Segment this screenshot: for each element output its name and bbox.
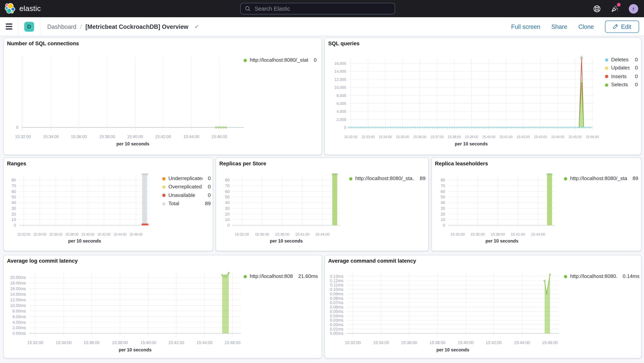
svg-text:40: 40 xyxy=(225,200,230,205)
legend-label[interactable]: Underreplicated xyxy=(168,176,203,181)
svg-text:30: 30 xyxy=(225,206,230,211)
legend-label[interactable]: http://localhost:8080/_stat... xyxy=(250,58,308,63)
svg-text:20: 20 xyxy=(441,212,445,217)
divider xyxy=(18,17,18,36)
svg-text:0.03ms: 0.03ms xyxy=(330,318,343,322)
svg-text:15:38:00: 15:38:00 xyxy=(490,232,505,236)
svg-text:0.06ms: 0.06ms xyxy=(330,305,343,309)
svg-text:8.00ms: 8.00ms xyxy=(12,309,26,313)
search-input[interactable] xyxy=(254,5,391,12)
svg-text:8,000: 8,000 xyxy=(336,93,346,98)
svg-text:15:44:00: 15:44:00 xyxy=(183,134,200,139)
panel-ranges: Ranges 8070605040302010015:32:0015:34:00… xyxy=(3,157,213,251)
svg-text:10: 10 xyxy=(12,217,16,222)
svg-text:15:42:00: 15:42:00 xyxy=(486,340,502,345)
svg-text:15:41:00: 15:41:00 xyxy=(295,232,309,236)
svg-text:6.00ms: 6.00ms xyxy=(12,314,26,319)
top-nav: elastic xyxy=(0,0,644,17)
svg-text:0.08ms: 0.08ms xyxy=(330,296,343,301)
svg-text:40: 40 xyxy=(441,200,445,205)
panel-replicas-per-store: Replicas per Store 8070605040302010015:3… xyxy=(216,157,429,251)
newsfeed-button[interactable] xyxy=(611,5,619,13)
svg-text:0: 0 xyxy=(344,125,346,130)
legend-dot-icon xyxy=(605,83,608,87)
legend-dot-icon xyxy=(605,58,608,62)
x-axis-caption: per 10 seconds xyxy=(448,238,556,243)
legend-label[interactable]: Total xyxy=(168,201,179,207)
legend-dot-icon xyxy=(162,202,166,205)
panel-sql-queries: SQL queries 16,00014,00012,00010,0008,00… xyxy=(324,37,642,155)
breadcrumb-dashboard-link[interactable]: Dashboard xyxy=(47,23,76,30)
svg-text:15:40:00: 15:40:00 xyxy=(127,134,143,139)
svg-text:50: 50 xyxy=(12,195,16,199)
legend-dot-icon xyxy=(605,67,608,70)
legend-item: http://localhost:8080...0.14ms xyxy=(564,274,640,279)
menu-button[interactable] xyxy=(0,24,18,30)
svg-text:15:46:00: 15:46:00 xyxy=(129,232,142,236)
chart-legend: http://localhost:8080...0.14ms xyxy=(564,274,640,279)
svg-text:0.04ms: 0.04ms xyxy=(330,314,343,318)
svg-text:2.00ms: 2.00ms xyxy=(12,325,26,330)
legend-value: 0 xyxy=(311,58,317,63)
command-commit-latency-chart: 0.13ms0.12ms0.11ms0.10ms0.09ms0.08ms0.07… xyxy=(325,255,641,358)
legend-value: 89 xyxy=(630,176,638,181)
svg-text:60: 60 xyxy=(225,189,230,194)
legend-value: 0.14ms xyxy=(620,274,640,279)
elastic-brand[interactable]: elastic xyxy=(0,3,41,15)
panel-average-command-commit-latency: Average command commit latency 0.13ms0.1… xyxy=(324,255,642,358)
svg-text:15:44:00: 15:44:00 xyxy=(531,232,545,236)
svg-text:0.07ms: 0.07ms xyxy=(330,300,343,305)
user-avatar[interactable]: r xyxy=(629,4,638,13)
legend-item: Total89 xyxy=(162,201,211,207)
svg-text:14.00ms: 14.00ms xyxy=(10,292,26,297)
avatar-initial: r xyxy=(632,6,634,12)
sql-connections-chart: 015:32:0015:34:0015:36:0015:38:0015:40:0… xyxy=(4,38,322,155)
x-axis-caption: per 10 seconds xyxy=(349,141,594,146)
svg-text:0.00ms: 0.00ms xyxy=(12,331,26,336)
legend-value: 0 xyxy=(632,66,638,71)
svg-text:15:44:00: 15:44:00 xyxy=(514,340,530,345)
legend-value: 0 xyxy=(632,74,638,79)
svg-text:80: 80 xyxy=(225,178,230,182)
sql-queries-chart: 16,00014,00012,00010,0008,0006,0004,0002… xyxy=(325,38,641,155)
svg-text:0: 0 xyxy=(443,223,445,228)
dashboard-actions: Full screen Share Clone Edit xyxy=(511,20,644,33)
legend-label[interactable]: http://localhost:808... xyxy=(250,274,293,279)
panel-average-log-commit-latency: Average log commit latency 20.00ms18.00m… xyxy=(3,255,322,358)
legend-label[interactable]: http://localhost:8080/_sta... xyxy=(355,176,414,181)
svg-text:80: 80 xyxy=(441,178,445,182)
svg-text:15:38:00: 15:38:00 xyxy=(65,232,79,236)
legend-dot-icon xyxy=(244,59,247,62)
legend-value: 0 xyxy=(632,57,638,63)
legend-label[interactable]: Deletes xyxy=(611,57,628,63)
legend-label[interactable]: http://localhost:8080... xyxy=(570,274,617,279)
chart-legend: Deletes0Updates0Inserts0Selects0 xyxy=(605,57,638,88)
help-button[interactable] xyxy=(593,5,601,12)
full-screen-button[interactable]: Full screen xyxy=(511,23,540,30)
legend-label[interactable]: http://localhost:8080/_sta... xyxy=(570,176,627,181)
check-icon[interactable]: ✓ xyxy=(192,23,202,30)
page-title: [Metricbeat CockroachDB] Overview xyxy=(86,23,188,30)
svg-text:70: 70 xyxy=(225,184,230,188)
search-icon xyxy=(245,6,250,12)
legend-dot-icon xyxy=(162,194,166,197)
legend-label[interactable]: Selects xyxy=(611,82,628,88)
svg-text:15:32:00: 15:32:00 xyxy=(235,232,249,236)
svg-text:15:35:00: 15:35:00 xyxy=(470,232,485,236)
legend-label[interactable]: Inserts xyxy=(611,74,626,79)
clone-button[interactable]: Clone xyxy=(578,23,594,30)
space-avatar[interactable]: D xyxy=(24,22,34,32)
global-search[interactable] xyxy=(240,3,395,15)
svg-text:80: 80 xyxy=(12,178,16,182)
share-button[interactable]: Share xyxy=(551,23,567,30)
svg-text:2,000: 2,000 xyxy=(336,117,346,122)
legend-label[interactable]: Unavailable xyxy=(168,193,195,198)
svg-text:15:44:00: 15:44:00 xyxy=(315,232,330,236)
replica-leaseholders-chart: 8070605040302010015:32:0015:35:0015:38:0… xyxy=(432,158,641,251)
svg-text:0.05ms: 0.05ms xyxy=(330,309,343,314)
svg-text:18.00ms: 18.00ms xyxy=(10,281,26,285)
legend-label[interactable]: Overreplicated xyxy=(168,184,202,190)
svg-text:15:32:00: 15:32:00 xyxy=(345,340,361,345)
edit-button[interactable]: Edit xyxy=(605,20,639,33)
legend-label[interactable]: Updates xyxy=(611,66,630,71)
